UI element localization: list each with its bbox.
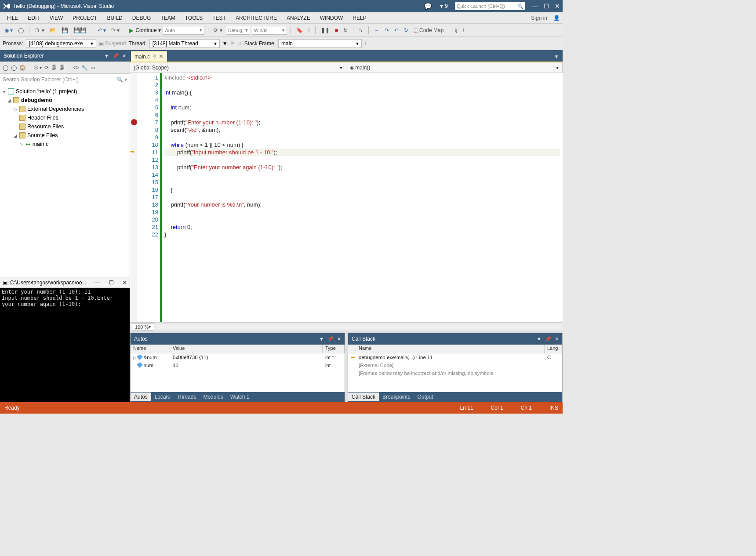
line-number[interactable]: 4 (139, 96, 160, 104)
line-number[interactable]: 2 (139, 81, 160, 89)
folder-external-deps[interactable]: External Dependencies (27, 106, 84, 112)
editor-tab-dropdown[interactable]: ▼ (550, 52, 563, 62)
zoom-select[interactable]: 100 % ▾ (132, 323, 154, 331)
panel-dropdown-icon[interactable]: ▼ (104, 53, 109, 58)
line-number[interactable]: 16 (139, 186, 160, 193)
panel-pin-icon[interactable]: 📌 (113, 53, 119, 59)
user-icon[interactable]: 👤 (553, 15, 560, 21)
bottom-tab-breakpoints[interactable]: Breakpoints (379, 392, 414, 401)
collapse-icon[interactable]: ▾ (2, 89, 6, 94)
restart-button[interactable]: ↻ (342, 26, 349, 34)
code-line[interactable] (164, 134, 560, 141)
notifications-flag-icon[interactable]: ▼9 (439, 3, 448, 9)
process-select[interactable]: [4108] debugdemo.exe▾ (26, 39, 96, 48)
line-number[interactable]: 10 (139, 141, 160, 149)
callstack-row[interactable]: [External Code] (348, 361, 562, 369)
code-line[interactable] (164, 216, 560, 223)
step-back-button[interactable]: ↻ (402, 26, 410, 34)
save-all-button[interactable]: 💾💾 (72, 26, 88, 34)
platform-select[interactable]: Win32▾ (252, 26, 287, 35)
line-number[interactable]: 14 (139, 171, 160, 178)
toolbar-overflow-1[interactable]: ⁞ (306, 26, 312, 34)
menu-analyze[interactable]: ANALYZE (282, 14, 315, 22)
hex-button[interactable]: x͓ (453, 26, 459, 34)
bottom-tab-autos[interactable]: Autos (131, 392, 151, 401)
expand-icon[interactable]: ▷ (19, 142, 24, 147)
code-line[interactable]: printf("Enter your number again (1-10): … (164, 164, 560, 171)
panel-close-icon[interactable]: ✕ (122, 53, 126, 59)
line-number[interactable]: 20 (139, 216, 160, 223)
console-maximize-button[interactable]: ☐ (109, 280, 114, 286)
line-number[interactable]: 1 (139, 74, 160, 81)
scope-left-select[interactable]: (Global Scope)▾ (130, 62, 346, 73)
quick-launch-input[interactable]: Quick Launch (Ctrl+Q) 🔍 (455, 2, 525, 10)
code-line[interactable]: int main() { (164, 89, 560, 96)
menu-test[interactable]: TEST (208, 14, 230, 22)
bottom-tab-threads[interactable]: Threads (173, 392, 200, 401)
line-number[interactable]: 21 (139, 223, 160, 231)
menu-view[interactable]: VIEW (45, 14, 68, 22)
col-name[interactable]: Name (131, 345, 170, 353)
project-node[interactable]: debugdemo (21, 97, 52, 103)
thread-select[interactable]: [3148] Main Thread▾ (149, 39, 220, 48)
save-button[interactable]: 💾 (60, 26, 70, 34)
step-over-button[interactable]: ↷ (383, 26, 391, 34)
menu-tools[interactable]: TOOLS (181, 14, 207, 22)
config-select[interactable]: Debug▾ (226, 26, 250, 35)
col-value[interactable]: Value (170, 345, 323, 353)
maximize-button[interactable]: ☐ (544, 3, 549, 10)
collapse-icon[interactable]: ◢ (7, 98, 11, 103)
autos-row[interactable]: ▷ &num0x00eff730 {11}int * (131, 353, 345, 361)
code-line[interactable]: #include <stdio.h> (164, 74, 560, 81)
code-line[interactable] (164, 156, 560, 164)
nav-back-button[interactable]: ◉ ▾ (3, 26, 15, 34)
redo-button[interactable]: ↷ ▾ (109, 26, 121, 34)
callstack-row[interactable]: ➡debugdemo.exe!main(...) Line 11C (348, 353, 562, 361)
bottom-tab-output[interactable]: Output (414, 392, 436, 401)
stackframe-select[interactable]: main▾ (278, 39, 362, 48)
menu-file[interactable]: FILE (3, 14, 22, 22)
solution-node[interactable]: Solution 'hello' (1 project) (16, 88, 77, 94)
editor-tab-main-c[interactable]: main.c ⚲ ✕ (131, 51, 167, 62)
panel-pin-icon[interactable]: 📌 (545, 336, 551, 342)
step-out-button[interactable]: ↶ (393, 26, 400, 34)
bottom-tab-locals[interactable]: Locals (151, 392, 174, 401)
console-output[interactable]: Enter your number (1-10): 11 Input numbe… (0, 288, 130, 402)
code-line[interactable] (164, 208, 560, 216)
solexp-fwd-icon[interactable]: ◯ (11, 65, 17, 71)
scope-right-select[interactable]: ◈ main()▾ (346, 62, 563, 73)
line-number[interactable]: 15 (139, 178, 160, 186)
code-line[interactable]: printf("Input number should be 1 - 10.")… (164, 149, 560, 156)
callstack-row[interactable]: [Frames below may be incorrect and/or mi… (348, 369, 562, 377)
menu-debug[interactable]: DEBUG (128, 14, 156, 22)
line-number[interactable]: 7 (139, 119, 160, 126)
bottom-tab-modules[interactable]: Modules (200, 392, 226, 401)
horizontal-scrollbar[interactable] (156, 325, 561, 329)
panel-dropdown-icon[interactable]: ▼ (537, 336, 542, 342)
browser-refresh-button[interactable]: ⟳ ▾ (212, 26, 224, 34)
solexp-properties-icon[interactable]: 🔧 (81, 65, 88, 71)
line-number[interactable]: 9 (139, 134, 160, 141)
solexp-showall-icon[interactable]: <> (73, 65, 79, 71)
menu-edit[interactable]: EDIT (23, 14, 44, 22)
nav-forward-button[interactable]: ◯ (16, 26, 25, 34)
solexp-sync-icon[interactable]: 🗐 (51, 65, 57, 71)
code-line[interactable] (164, 193, 560, 201)
solexp-preview-icon[interactable]: ▭ (91, 65, 95, 71)
code-line[interactable] (164, 96, 560, 104)
thread-filter-icon[interactable]: ▼ (222, 40, 228, 47)
solexp-back-icon[interactable]: ◯ (3, 65, 8, 71)
code-line[interactable]: printf("Enter your number (1-10): "); (164, 119, 560, 126)
stop-button[interactable]: ■ (333, 26, 340, 34)
console-close-button[interactable]: ✕ (123, 280, 127, 286)
continue-button[interactable]: ▶Continue ▾ (129, 27, 161, 34)
panel-close-icon[interactable]: ✕ (555, 336, 559, 342)
find-button[interactable]: 🔖 (294, 26, 305, 34)
solexp-collapse-icon[interactable]: 🗐 (59, 65, 65, 71)
collapse-icon[interactable]: ◢ (13, 133, 18, 138)
launch-target-select[interactable]: Auto▾ (163, 26, 204, 35)
line-number[interactable]: 3 (139, 89, 160, 96)
line-number[interactable]: 6 (139, 111, 160, 119)
feedback-icon[interactable]: 💬 (424, 3, 432, 10)
code-line[interactable] (164, 171, 560, 178)
